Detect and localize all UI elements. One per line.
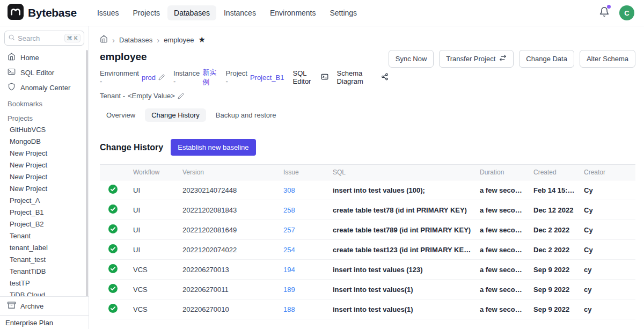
table-row[interactable]: VCS 202206270011 189 insert into test va… xyxy=(100,280,635,299)
creator-cell: cy xyxy=(580,299,635,319)
sidebar-item-label: Home xyxy=(20,54,39,62)
workflow-cell: VCS xyxy=(129,299,178,319)
section-title: Change History xyxy=(100,143,163,152)
sidebar-scrollbar[interactable] xyxy=(86,50,88,301)
issue-link[interactable]: 188 xyxy=(283,305,295,313)
sql-cell: insert into test values(1) xyxy=(328,299,475,319)
change-data-button[interactable]: Change Data xyxy=(519,50,574,68)
sidebar-project-item[interactable]: New Project xyxy=(0,159,89,171)
bookmark-star-icon[interactable]: ★ xyxy=(199,35,206,45)
issue-link[interactable]: 308 xyxy=(283,186,295,194)
tenant-meta: Tenant - <Empty Value> xyxy=(100,92,184,100)
instance-link[interactable]: 新实例 xyxy=(202,68,217,87)
sidebar-project-item[interactable]: Tenant_test xyxy=(0,254,89,266)
database-meta-row: Environment - prod Instance - 新实例 Projec… xyxy=(100,68,389,87)
notification-dot xyxy=(607,5,611,9)
nav-instances[interactable]: Instances xyxy=(217,5,262,20)
nav-databases[interactable]: Databases xyxy=(167,5,216,20)
enterprise-plan-label[interactable]: Enterprise Plan xyxy=(0,315,89,329)
bookmarks-section-label: Bookmarks xyxy=(0,95,89,109)
workflow-cell: UI xyxy=(129,220,178,240)
creator-cell: Cy xyxy=(580,240,635,260)
tab-change-history[interactable]: Change History xyxy=(145,108,206,122)
issue-link[interactable]: 194 xyxy=(283,266,295,274)
version-cell: 202206270011 xyxy=(178,280,279,299)
success-check-icon xyxy=(108,264,118,273)
sidebar-project-item[interactable]: MongoDB xyxy=(0,136,89,148)
duration-cell: a few seconds xyxy=(475,220,529,240)
version-column-header: Version xyxy=(178,165,279,180)
project-link[interactable]: Project_B1 xyxy=(250,74,284,82)
issue-link[interactable]: 258 xyxy=(283,206,295,214)
sidebar-item-anomaly-center[interactable]: Anomaly Center xyxy=(0,80,89,95)
nav-projects[interactable]: Projects xyxy=(126,5,166,20)
sidebar-item-archive[interactable]: Archive xyxy=(0,296,89,315)
sidebar-project-item[interactable]: tenant_label xyxy=(0,242,89,254)
table-row[interactable]: VCS 202206270010 188 insert into test va… xyxy=(100,299,635,319)
created-cell: Sep 9 2022 xyxy=(529,299,580,319)
creator-cell: Cy xyxy=(580,200,635,220)
alter-schema-button[interactable]: Alter Schema xyxy=(580,50,635,68)
workflow-cell: VCS xyxy=(129,280,178,299)
issue-link[interactable]: 189 xyxy=(283,286,295,294)
creator-cell: cy xyxy=(580,280,635,299)
database-tabs: Overview Change History Backup and resto… xyxy=(100,108,635,122)
sidebar-project-item[interactable]: testTP xyxy=(0,277,89,289)
sidebar-project-item[interactable]: Project_A xyxy=(0,195,89,207)
edit-environment-icon[interactable] xyxy=(158,74,165,81)
table-row[interactable]: UI 20230214072448 308 insert into test v… xyxy=(100,180,635,200)
issue-link[interactable]: 254 xyxy=(283,246,295,254)
issue-link[interactable]: 257 xyxy=(283,226,295,234)
sidebar-project-item[interactable]: GitHubVCS xyxy=(0,124,89,136)
table-row[interactable]: UI 20221202081649 257 create table test7… xyxy=(100,220,635,240)
sidebar-project-item[interactable]: Project_B1 xyxy=(0,207,89,218)
sidebar-item-sql-editor[interactable]: SQL Editor xyxy=(0,65,89,80)
sidebar-item-home[interactable]: Home xyxy=(0,50,89,65)
success-check-icon xyxy=(108,244,118,253)
search-input[interactable] xyxy=(18,34,51,42)
project-meta: Project - Project_B1 xyxy=(225,69,284,85)
chevron-right-icon: › xyxy=(112,36,115,44)
establish-baseline-button[interactable]: Establish new baseline xyxy=(171,139,255,156)
change-history-table: Workflow Version Issue SQL Duration Crea… xyxy=(100,164,635,319)
version-cell: 20221202074022 xyxy=(178,240,279,260)
tab-backup-and-restore[interactable]: Backup and restore xyxy=(209,108,283,122)
sidebar-item-label: SQL Editor xyxy=(20,69,54,77)
sidebar-project-item[interactable]: New Project xyxy=(0,148,89,159)
creator-cell: cy xyxy=(580,260,635,280)
sidebar-item-label: Anomaly Center xyxy=(20,84,70,92)
projects-list: GitHubVCS MongoDB New Project New Projec… xyxy=(0,124,89,301)
sidebar-project-item[interactable]: New Project xyxy=(0,183,89,195)
table-row[interactable]: UI 20221202074022 254 create table test1… xyxy=(100,240,635,260)
sidebar-item-label: Archive xyxy=(20,302,43,310)
environment-link[interactable]: prod xyxy=(142,74,156,82)
sidebar-project-item[interactable]: Project_B2 xyxy=(0,218,89,230)
tenant-meta-row: Tenant - <Empty Value> xyxy=(100,92,389,100)
breadcrumb-databases[interactable]: Databases xyxy=(119,36,152,44)
table-row[interactable]: VCS 202206270013 194 insert into test va… xyxy=(100,260,635,280)
sql-cell: insert into test values (123) xyxy=(328,260,475,280)
sidebar-project-item[interactable]: TenantTiDB xyxy=(0,266,89,277)
tab-overview[interactable]: Overview xyxy=(100,108,142,122)
version-cell: 202206270010 xyxy=(178,299,279,319)
notifications-button[interactable] xyxy=(599,6,610,19)
nav-environments[interactable]: Environments xyxy=(264,5,323,20)
avatar[interactable]: C xyxy=(619,5,634,20)
nav-settings[interactable]: Settings xyxy=(324,5,364,20)
transfer-project-button[interactable]: Transfer Project xyxy=(439,50,514,68)
version-cell: 20230214072448 xyxy=(178,180,279,200)
schema-diagram-link[interactable]: Schema Diagram xyxy=(337,69,389,85)
sidebar-project-item[interactable]: New Project xyxy=(0,171,89,183)
table-row[interactable]: UI 20221202081843 258 create table test7… xyxy=(100,200,635,220)
sql-editor-link[interactable]: SQL Editor xyxy=(292,69,328,85)
search-box[interactable]: ⌘ K xyxy=(4,31,84,46)
sync-now-button[interactable]: Sync Now xyxy=(389,50,434,68)
sidebar-project-item[interactable]: Tenant xyxy=(0,230,89,242)
edit-tenant-icon[interactable] xyxy=(178,93,184,99)
version-cell: 20221202081649 xyxy=(178,220,279,240)
nav-issues[interactable]: Issues xyxy=(91,5,125,20)
main-content: › Databases › employee ★ employee Enviro… xyxy=(89,26,644,329)
page-title: employee xyxy=(100,51,389,63)
breadcrumb-home-icon[interactable] xyxy=(100,35,108,45)
brand-logo[interactable]: Bytebase xyxy=(8,4,77,22)
